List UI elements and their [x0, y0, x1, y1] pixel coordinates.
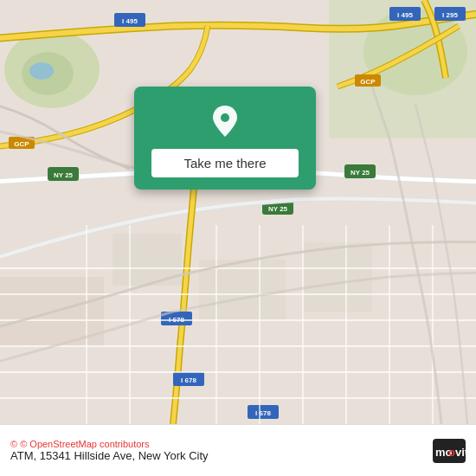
svg-text:I 295: I 295 — [442, 11, 458, 19]
svg-text:o: o — [448, 446, 455, 459]
svg-point-3 — [29, 62, 54, 80]
moovit-logo: mo o vit — [433, 439, 466, 463]
svg-text:vit: vit — [455, 446, 466, 459]
svg-text:I 495: I 495 — [397, 11, 413, 19]
location-text: ATM, 15341 Hillside Ave, New York City — [10, 449, 426, 462]
svg-point-46 — [221, 113, 229, 122]
osm-attribution: © © OpenStreetMap contributors — [10, 439, 426, 449]
map-pin-icon — [206, 102, 244, 140]
map-svg: I 495 I 495 I 295 GCP GCP NY 25 NY 25 NY… — [0, 0, 476, 424]
map-container: I 495 I 495 I 295 GCP GCP NY 25 NY 25 NY… — [0, 0, 476, 424]
svg-text:I 678: I 678 — [181, 376, 196, 384]
svg-text:GCP: GCP — [14, 140, 29, 148]
svg-text:GCP: GCP — [360, 78, 376, 86]
svg-text:I 495: I 495 — [122, 17, 138, 25]
svg-rect-8 — [303, 242, 372, 312]
take-me-there-button[interactable]: Take me there — [151, 149, 299, 177]
svg-text:NY 25: NY 25 — [351, 169, 370, 177]
svg-text:NY 25: NY 25 — [54, 171, 74, 179]
svg-text:I 678: I 678 — [255, 409, 271, 417]
location-card: Take me there — [134, 87, 316, 190]
bottom-bar: © © OpenStreetMap contributors ATM, 1534… — [0, 424, 476, 476]
osm-symbol: © — [10, 439, 17, 449]
svg-text:NY 25: NY 25 — [268, 205, 288, 213]
moovit-logo-icon: mo o vit — [433, 439, 466, 463]
